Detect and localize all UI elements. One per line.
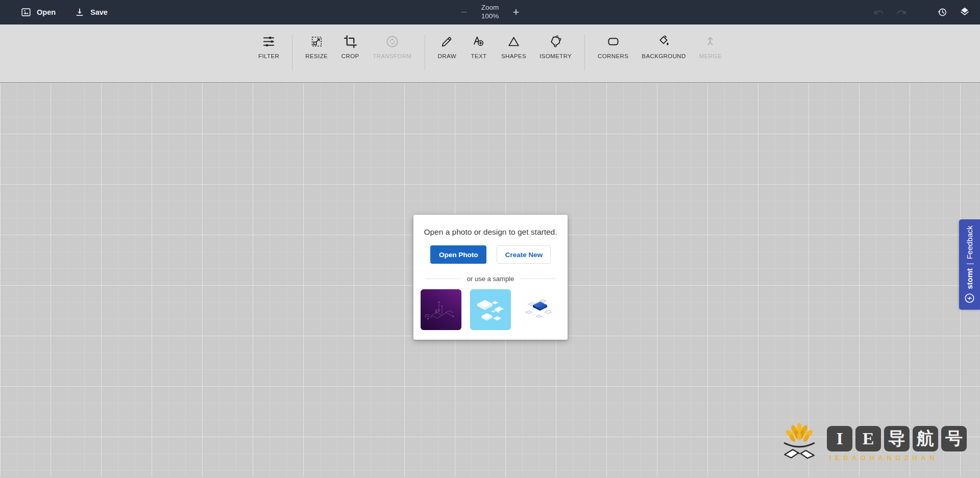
zoom-controls: − Zoom 100% +	[458, 4, 522, 21]
isometry-polygon-icon	[549, 35, 562, 48]
canvas-area: Open a photo or design to get started. O…	[0, 83, 980, 477]
triangle-icon	[507, 35, 521, 48]
tool-transform[interactable]: TRANSFORM	[366, 24, 418, 82]
feedback-brand: stomt	[965, 268, 974, 289]
zoom-value: 100%	[481, 12, 499, 21]
history-button[interactable]	[936, 6, 948, 18]
tool-resize-label: RESIZE	[305, 53, 328, 59]
crop-icon	[344, 35, 357, 48]
feedback-tab-content: stomt | Feedback	[959, 219, 980, 310]
tool-merge[interactable]: MERGE	[693, 24, 728, 82]
watermark-subtitle: IEDAOHANGZHAN	[827, 454, 967, 462]
circuit-pattern-graphic	[421, 289, 461, 330]
watermark-text: I E 导 航 号 IEDAOHANGZHAN	[827, 426, 967, 462]
tool-background[interactable]: BACKGROUND	[635, 24, 692, 82]
watermark-block: E	[855, 426, 881, 451]
sample-circuit-dark[interactable]	[421, 289, 461, 330]
zoom-indicator: Zoom 100%	[478, 4, 502, 21]
toolbar-separator	[584, 35, 585, 71]
tool-crop[interactable]: CROP	[334, 24, 366, 82]
feedback-separator: |	[965, 263, 974, 265]
tool-text[interactable]: TEXT	[463, 24, 495, 82]
tool-shapes[interactable]: SHAPES	[495, 24, 533, 82]
zoom-out-button[interactable]: −	[458, 7, 470, 18]
pencil-icon	[440, 35, 454, 48]
watermark-block: 号	[941, 426, 967, 451]
tool-merge-label: MERGE	[699, 53, 722, 59]
undo-button[interactable]	[873, 6, 885, 18]
tool-filter-label: FILTER	[258, 53, 279, 59]
rounded-rect-icon	[606, 35, 620, 48]
topbar-file-actions: Open Save	[20, 0, 108, 24]
toolbar-separator	[292, 35, 292, 71]
history-icon	[937, 7, 948, 18]
filter-sliders-icon	[262, 35, 276, 48]
tool-shapes-label: SHAPES	[501, 53, 526, 59]
divider-label: or use a sample	[467, 275, 514, 283]
tool-text-label: TEXT	[471, 53, 486, 59]
isometric-shapes-graphic	[470, 289, 511, 330]
download-icon	[74, 7, 85, 18]
open-button-label: Open	[37, 8, 56, 16]
watermark-block: I	[827, 426, 852, 451]
paint-fill-icon	[657, 35, 671, 48]
feedback-label: Feedback	[965, 225, 974, 259]
get-started-dialog: Open a photo or design to get started. O…	[413, 215, 568, 340]
tool-crop-label: CROP	[341, 53, 359, 59]
dialog-title: Open a photo or design to get started.	[413, 228, 568, 237]
sample-isometric-blue[interactable]	[470, 289, 511, 330]
layers-icon	[959, 7, 970, 18]
divider-line	[520, 279, 555, 279]
sample-thumbnails	[413, 289, 568, 330]
photo-editor-app: Open Save − Zoom 100% +	[0, 0, 980, 478]
top-bar: Open Save − Zoom 100% +	[0, 0, 980, 24]
tool-draw[interactable]: DRAW	[431, 24, 463, 82]
open-photo-button[interactable]: Open Photo	[430, 245, 487, 264]
chip-illustration-graphic	[520, 289, 560, 330]
open-button[interactable]: Open	[20, 0, 56, 24]
tool-filter[interactable]: FILTER	[252, 24, 286, 82]
zoom-label: Zoom	[481, 4, 499, 12]
tool-corners[interactable]: CORNERS	[591, 24, 635, 82]
watermark-leaves-handshake-logo	[779, 421, 820, 468]
layers-button[interactable]	[959, 6, 971, 18]
stomt-logo-icon	[964, 293, 975, 304]
tool-draw-label: DRAW	[438, 53, 456, 59]
watermark: I E 导 航 号 IEDAOHANGZHAN	[779, 421, 967, 468]
divider-line	[426, 279, 461, 279]
sample-divider: or use a sample	[413, 275, 568, 283]
undo-icon	[873, 7, 885, 18]
watermark-block: 航	[913, 426, 938, 451]
zoom-in-button[interactable]: +	[510, 7, 522, 18]
topbar-history-actions	[873, 6, 971, 18]
watermark-blocks: I E 导 航 号	[827, 426, 967, 451]
sample-isometric-chip[interactable]	[520, 289, 560, 330]
watermark-block: 导	[884, 426, 910, 451]
tool-transform-label: TRANSFORM	[373, 53, 411, 59]
feedback-tab[interactable]: stomt | Feedback	[959, 219, 980, 310]
resize-icon	[310, 35, 324, 48]
redo-button[interactable]	[895, 6, 908, 18]
save-button[interactable]: Save	[74, 0, 108, 24]
create-new-button[interactable]: Create New	[497, 245, 551, 264]
dialog-actions: Open Photo Create New	[413, 245, 568, 264]
tool-isometry-label: ISOMETRY	[540, 53, 572, 59]
toolbar-separator	[425, 35, 425, 71]
save-button-label: Save	[90, 8, 108, 16]
tool-isometry[interactable]: ISOMETRY	[533, 24, 578, 82]
transform-icon	[385, 35, 399, 48]
redo-icon	[896, 7, 907, 18]
editor-toolbar: FILTER RESIZE CROP	[0, 24, 980, 83]
photo-icon	[20, 7, 32, 18]
add-text-icon	[472, 35, 485, 48]
tool-background-label: BACKGROUND	[642, 53, 685, 59]
merge-icon	[703, 35, 717, 48]
tool-corners-label: CORNERS	[598, 53, 628, 59]
tool-resize[interactable]: RESIZE	[299, 24, 334, 82]
